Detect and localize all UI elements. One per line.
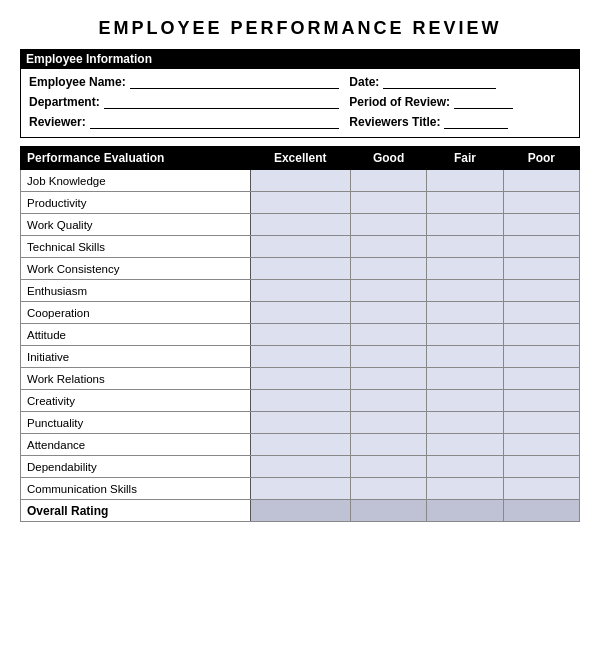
rating-cell[interactable]: [427, 280, 503, 302]
row-label: Attendance: [21, 434, 251, 456]
rating-cell[interactable]: [503, 214, 579, 236]
rating-cell[interactable]: [503, 236, 579, 258]
rating-cell[interactable]: [427, 346, 503, 368]
rating-cell[interactable]: [350, 302, 426, 324]
rating-cell[interactable]: [350, 390, 426, 412]
row-label: Work Consistency: [21, 258, 251, 280]
rating-cell[interactable]: [250, 302, 350, 324]
employee-name-label: Employee Name:: [29, 75, 126, 89]
col-header-poor: Poor: [503, 147, 579, 170]
table-row: Productivity: [21, 192, 580, 214]
rating-cell[interactable]: [427, 434, 503, 456]
overall-rating-cell[interactable]: [350, 500, 426, 522]
rating-cell[interactable]: [350, 412, 426, 434]
rating-cell[interactable]: [350, 236, 426, 258]
rating-cell[interactable]: [350, 192, 426, 214]
rating-cell[interactable]: [427, 258, 503, 280]
rating-cell[interactable]: [503, 170, 579, 192]
rating-cell[interactable]: [250, 390, 350, 412]
period-field[interactable]: [454, 95, 512, 109]
department-field[interactable]: [104, 95, 340, 109]
rating-cell[interactable]: [250, 214, 350, 236]
rating-cell[interactable]: [427, 456, 503, 478]
col-header-excellent: Excellent: [250, 147, 350, 170]
employee-info-header: Employee Information: [20, 49, 580, 69]
date-label: Date:: [349, 75, 379, 89]
rating-cell[interactable]: [503, 390, 579, 412]
table-row: Punctuality: [21, 412, 580, 434]
performance-table: Performance Evaluation Excellent Good Fa…: [20, 146, 580, 522]
rating-cell[interactable]: [250, 434, 350, 456]
rating-cell[interactable]: [350, 368, 426, 390]
rating-cell[interactable]: [250, 478, 350, 500]
reviewer-field[interactable]: [90, 115, 340, 129]
table-row: Work Consistency: [21, 258, 580, 280]
table-row: Cooperation: [21, 302, 580, 324]
rating-cell[interactable]: [503, 346, 579, 368]
table-row: Creativity: [21, 390, 580, 412]
rating-cell[interactable]: [250, 368, 350, 390]
reviewers-title-label: Reviewers Title:: [349, 115, 440, 129]
rating-cell[interactable]: [350, 280, 426, 302]
row-label: Communication Skills: [21, 478, 251, 500]
rating-cell[interactable]: [503, 478, 579, 500]
row-label: Work Quality: [21, 214, 251, 236]
rating-cell[interactable]: [350, 456, 426, 478]
rating-cell[interactable]: [503, 192, 579, 214]
rating-cell[interactable]: [250, 412, 350, 434]
rating-cell[interactable]: [427, 214, 503, 236]
table-row: Work Quality: [21, 214, 580, 236]
rating-cell[interactable]: [250, 236, 350, 258]
rating-cell[interactable]: [427, 390, 503, 412]
rating-cell[interactable]: [350, 346, 426, 368]
rating-cell[interactable]: [503, 434, 579, 456]
rating-cell[interactable]: [350, 478, 426, 500]
row-label: Enthusiasm: [21, 280, 251, 302]
overall-rating-cell[interactable]: [427, 500, 503, 522]
rating-cell[interactable]: [250, 346, 350, 368]
rating-cell[interactable]: [427, 192, 503, 214]
table-row: Attitude: [21, 324, 580, 346]
rating-cell[interactable]: [503, 456, 579, 478]
rating-cell[interactable]: [427, 236, 503, 258]
rating-cell[interactable]: [503, 412, 579, 434]
row-label: Initiative: [21, 346, 251, 368]
rating-cell[interactable]: [250, 192, 350, 214]
department-label: Department:: [29, 95, 100, 109]
rating-cell[interactable]: [503, 324, 579, 346]
overall-rating-cell[interactable]: [250, 500, 350, 522]
rating-cell[interactable]: [250, 456, 350, 478]
reviewer-label: Reviewer:: [29, 115, 86, 129]
rating-cell[interactable]: [427, 170, 503, 192]
employee-name-field[interactable]: [130, 75, 340, 89]
rating-cell[interactable]: [350, 258, 426, 280]
rating-cell[interactable]: [427, 368, 503, 390]
reviewers-title-field[interactable]: [444, 115, 507, 129]
rating-cell[interactable]: [350, 170, 426, 192]
row-label: Job Knowledge: [21, 170, 251, 192]
rating-cell[interactable]: [427, 324, 503, 346]
rating-cell[interactable]: [250, 258, 350, 280]
table-row: Enthusiasm: [21, 280, 580, 302]
rating-cell[interactable]: [427, 412, 503, 434]
table-row: Attendance: [21, 434, 580, 456]
overall-rating-cell[interactable]: [503, 500, 579, 522]
rating-cell[interactable]: [427, 302, 503, 324]
rating-cell[interactable]: [250, 170, 350, 192]
rating-cell[interactable]: [350, 324, 426, 346]
rating-cell[interactable]: [250, 280, 350, 302]
rating-cell[interactable]: [503, 302, 579, 324]
rating-cell[interactable]: [503, 368, 579, 390]
date-field[interactable]: [383, 75, 496, 89]
row-label: Productivity: [21, 192, 251, 214]
col-header-evaluation: Performance Evaluation: [21, 147, 251, 170]
rating-cell[interactable]: [503, 258, 579, 280]
rating-cell[interactable]: [350, 434, 426, 456]
rating-cell[interactable]: [350, 214, 426, 236]
rating-cell[interactable]: [503, 280, 579, 302]
rating-cell[interactable]: [427, 478, 503, 500]
col-header-good: Good: [350, 147, 426, 170]
row-label: Technical Skills: [21, 236, 251, 258]
rating-cell[interactable]: [250, 324, 350, 346]
table-row: Technical Skills: [21, 236, 580, 258]
